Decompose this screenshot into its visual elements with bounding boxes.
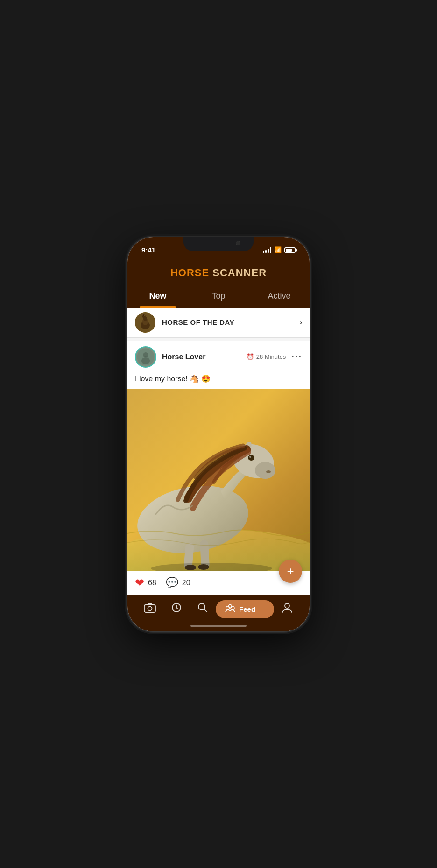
heart-icon: ❤ [135, 576, 144, 589]
tab-top[interactable]: Top [188, 286, 249, 308]
comment-count: 20 [182, 579, 190, 587]
hotd-label: HORSE OF THE DAY [162, 318, 300, 326]
comment-button[interactable]: 💬 20 [166, 577, 190, 589]
post-card: Horse Lover ⏰ 28 Minutes ··· I love my h… [127, 341, 310, 595]
status-icons: 📶 [263, 246, 296, 253]
hotd-chevron-icon: › [300, 318, 302, 327]
notch [183, 237, 254, 251]
post-time-label: 28 Minutes [256, 353, 286, 360]
clock-icon: ⏰ [247, 353, 254, 360]
svg-point-26 [231, 606, 234, 610]
fab-plus-icon: + [287, 565, 294, 577]
tabs: New Top Active [127, 286, 310, 308]
svg-point-13 [266, 470, 271, 473]
svg-rect-21 [144, 605, 155, 612]
comment-icon: 💬 [166, 577, 178, 589]
svg-point-14 [248, 455, 254, 461]
nav-profile[interactable] [274, 600, 300, 618]
nav-camera[interactable] [137, 601, 163, 617]
fab-add-button[interactable]: + [279, 560, 302, 583]
home-indicator [190, 625, 247, 627]
phone-frame: 9:41 📶 HORSE SCANNER New [127, 237, 310, 631]
battery-icon [284, 247, 296, 253]
post-header: Horse Lover ⏰ 28 Minutes ··· [127, 341, 310, 373]
clock-nav-icon [171, 602, 182, 616]
avatar-image [136, 346, 155, 368]
hotd-avatar-image [135, 312, 155, 333]
post-username: Horse Lover [162, 353, 247, 361]
wifi-icon: 📶 [274, 246, 282, 253]
like-count: 68 [148, 579, 156, 587]
svg-point-7 [141, 357, 150, 364]
profile-icon [282, 602, 292, 616]
app-title-horse: HORSE [170, 267, 209, 279]
front-camera [236, 241, 240, 245]
app-title: HORSE SCANNER [127, 265, 310, 286]
tab-active[interactable]: Active [249, 286, 310, 308]
horse-of-day-banner[interactable]: HORSE OF THE DAY › [127, 308, 310, 338]
signal-icon [263, 247, 271, 253]
svg-point-28 [285, 603, 289, 608]
nav-search[interactable] [190, 600, 216, 618]
nav-history[interactable] [163, 600, 189, 618]
search-icon [197, 602, 208, 616]
post-time: ⏰ 28 Minutes [247, 353, 286, 360]
svg-point-25 [226, 606, 230, 610]
svg-point-22 [148, 607, 152, 611]
post-avatar [135, 346, 156, 368]
app-header: HORSE SCANNER New Top Active [127, 259, 310, 308]
post-caption: I love my horse! 🐴 😍 [127, 373, 310, 389]
feed-icon [225, 604, 235, 615]
app-title-scanner: SCANNER [209, 267, 267, 279]
status-time: 9:41 [141, 246, 155, 254]
post-image [127, 389, 310, 571]
nav-feed-label: Feed [239, 605, 255, 613]
tab-new[interactable]: New [127, 286, 188, 308]
like-button[interactable]: ❤ 68 [135, 576, 156, 589]
post-more-button[interactable]: ··· [291, 351, 302, 362]
svg-point-12 [255, 462, 275, 479]
hotd-avatar [135, 312, 155, 333]
horse-svg [127, 389, 310, 571]
camera-icon [144, 602, 156, 616]
post-actions: ❤ 68 💬 20 + [127, 571, 310, 595]
nav-feed-button[interactable]: Feed [216, 600, 274, 618]
phone-screen: 9:41 📶 HORSE SCANNER New [127, 237, 310, 631]
main-content: HORSE OF THE DAY › [127, 308, 310, 595]
svg-point-15 [249, 456, 251, 458]
